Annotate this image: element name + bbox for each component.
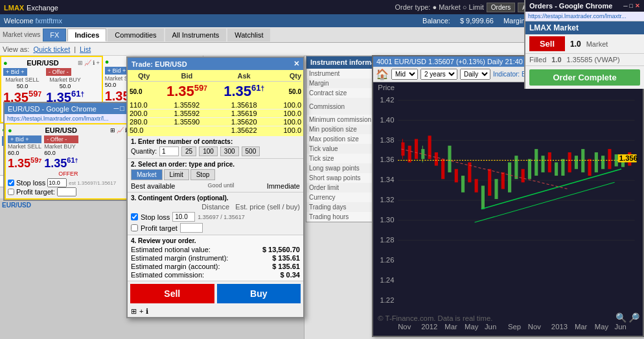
- trade-icon-2[interactable]: +: [139, 307, 143, 316]
- float-icon-2[interactable]: 📈: [117, 127, 124, 134]
- tab-watchlist[interactable]: Watchlist: [227, 29, 270, 41]
- trade-footer-icons: ⊞ + ℹ: [128, 306, 303, 317]
- lmax-sell-button[interactable]: Sell: [529, 36, 565, 51]
- float-bid-btn[interactable]: + Bid +: [8, 135, 41, 143]
- chart-title: 4001 EUR/USD 1.35607 (+0.13%) Daily 21:4…: [376, 58, 523, 65]
- trade-dialog: Trade: EUR/USD ✕ Qty Bid Ask Qty 50.0 1.…: [126, 56, 305, 318]
- qty-btn-100[interactable]: 100: [199, 146, 218, 156]
- tile-gbpusd-status: ●: [105, 58, 109, 65]
- float-sl-checkbox[interactable]: [8, 180, 14, 186]
- tile-info-icon[interactable]: ℹ: [93, 60, 95, 66]
- float-minimize[interactable]: ─: [114, 104, 119, 113]
- chart-zoom-out-icon[interactable]: 🔎: [628, 312, 639, 323]
- lmax-sell-type: Market: [586, 40, 608, 48]
- svg-rect-39: [514, 156, 518, 179]
- trade-section-1: 1. Enter the number of contracts: Quanti…: [128, 136, 303, 159]
- chrome-panel-title: Orders - Google Chrome: [529, 2, 612, 10]
- svg-rect-42: [535, 149, 538, 176]
- chart-freq-select[interactable]: Daily: [460, 69, 490, 80]
- chrome-maximize[interactable]: □: [630, 3, 633, 9]
- good-until-label: Good until: [208, 182, 235, 190]
- svg-rect-31: [461, 176, 465, 193]
- stop-loss-distance-input[interactable]: [172, 212, 195, 222]
- svg-text:1.34: 1.34: [380, 176, 394, 183]
- chart-zoom-in-icon[interactable]: 🔍: [615, 312, 627, 323]
- quantity-input[interactable]: [159, 146, 179, 156]
- market-buy-label: Market BUY: [46, 76, 84, 83]
- float-pt-checkbox[interactable]: [8, 189, 14, 195]
- buy-button[interactable]: Buy: [217, 284, 301, 303]
- order-tab-market[interactable]: Market: [131, 169, 163, 180]
- tab-indices[interactable]: Indices: [67, 29, 106, 41]
- offer-button-eurusd[interactable]: - Offer -: [46, 68, 71, 76]
- chrome-close[interactable]: ✕: [635, 3, 640, 9]
- svg-rect-33: [475, 179, 478, 193]
- svg-rect-23: [415, 139, 418, 159]
- float-pt-input[interactable]: [57, 187, 76, 196]
- tile-expand-icon[interactable]: ⊞: [78, 60, 83, 66]
- trade-main-price-row: 50.0 1.35597 1.3561† 50.0: [130, 83, 301, 100]
- trade-icon-1[interactable]: ⊞: [131, 307, 137, 316]
- svg-rect-30: [455, 169, 458, 183]
- tab-commodities[interactable]: Commodities: [108, 29, 163, 41]
- app-logo: LMAX Exchange: [4, 2, 58, 12]
- est-price-label: Est. price (sell / buy): [235, 203, 300, 211]
- trade-action-buttons: Sell Buy: [128, 281, 303, 306]
- chart-period-select[interactable]: 2 years: [420, 69, 457, 80]
- svg-rect-40: [522, 169, 525, 183]
- tile-add-icon[interactable]: +: [96, 60, 99, 66]
- svg-text:Mar: Mar: [444, 323, 457, 331]
- svg-text:Mar: Mar: [575, 323, 588, 331]
- trade-dialog-close[interactable]: ✕: [293, 60, 299, 68]
- float-maximize[interactable]: □: [120, 104, 124, 113]
- logo-exchange: Exchange: [27, 4, 58, 12]
- viewas-quick-ticket[interactable]: Quick ticket: [33, 45, 70, 53]
- logo-lmax: LMAX: [4, 4, 24, 12]
- svg-rect-51: [595, 152, 598, 172]
- tab-all-instruments[interactable]: All Instruments: [165, 29, 227, 41]
- svg-text:1.22: 1.22: [380, 296, 394, 304]
- chart-type-select[interactable]: Mid: [391, 69, 418, 80]
- sell-button[interactable]: Sell: [130, 284, 214, 303]
- lmax-panel-header: Orders - Google Chrome ─ □ ✕: [525, 0, 644, 12]
- svg-rect-45: [555, 162, 558, 176]
- profit-target-checkbox[interactable]: [131, 224, 138, 231]
- trade-section-2: 2. Select an order: type and price. Mark…: [128, 159, 303, 193]
- profit-target-input[interactable]: [180, 223, 203, 233]
- float-icon-1[interactable]: ⊞: [110, 127, 115, 134]
- float-sl-input[interactable]: [47, 178, 67, 187]
- viewas-list[interactable]: List: [80, 45, 91, 53]
- orders-button[interactable]: Orders: [487, 3, 516, 12]
- chart-home-icon[interactable]: 🏠: [376, 68, 389, 80]
- stop-loss-row: Stop loss 1.35697 / 1.35617: [131, 212, 300, 222]
- float-offer-label: OFFER: [44, 170, 78, 177]
- svg-text:1.36: 1.36: [380, 156, 394, 163]
- profit-target-label: Profit target: [141, 224, 178, 232]
- chrome-minimize[interactable]: ─: [623, 3, 627, 9]
- qty-btn-25[interactable]: 25: [181, 146, 196, 156]
- tile-eurusd-icons: ⊞ 📈 ℹ +: [78, 60, 99, 66]
- float-profit-target: Profit target:: [8, 187, 132, 196]
- float-offer-btn[interactable]: - Offer -: [44, 135, 78, 143]
- col-bid: Bid: [158, 72, 215, 80]
- bid-button-eurusd[interactable]: + Bid +: [3, 68, 27, 76]
- notional-label: Estimated notional value:: [131, 246, 211, 253]
- qty-btn-500[interactable]: 500: [242, 146, 260, 156]
- order-tab-stop[interactable]: Stop: [190, 169, 216, 180]
- svg-text:Jun: Jun: [485, 323, 496, 331]
- chart-bottom-controls: 🔍 🔎: [615, 312, 639, 323]
- trade-section-4: 4. Review your order. Estimated notional…: [128, 235, 303, 281]
- order-tab-limit[interactable]: Limit: [164, 169, 189, 180]
- stop-loss-checkbox-dialog[interactable]: [131, 213, 138, 220]
- svg-text:Nov: Nov: [528, 323, 541, 331]
- svg-rect-27: [435, 152, 438, 166]
- margin-inst-label: Estimated margin (instrument):: [131, 254, 228, 262]
- tab-fx[interactable]: FX: [43, 29, 66, 41]
- trade-icon-3[interactable]: ℹ: [146, 307, 148, 316]
- welcome-text: Welcome: [4, 17, 34, 25]
- qty-btn-300[interactable]: 300: [220, 146, 239, 156]
- tile-chart-icon[interactable]: 📈: [84, 60, 91, 66]
- commission-val: $ 0.34: [280, 271, 300, 279]
- float-eurusd-window: EUR/USD - Google Chrome ─ □ ✕ https://te…: [3, 102, 136, 201]
- tile-eurusd-name: EUR/USD: [27, 59, 59, 67]
